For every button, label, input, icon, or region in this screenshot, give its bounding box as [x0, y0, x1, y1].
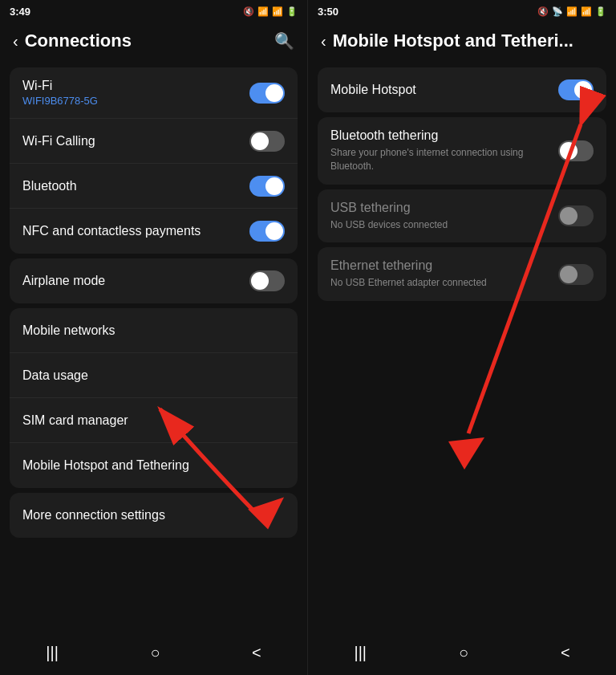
right-phone-panel: 3:50 🔇 📡 📶 📶 🔋 ‹ Mobile Hotspot and Teth…	[308, 0, 616, 675]
right-page-title: Mobile Hotspot and Tetheri...	[333, 30, 573, 51]
right-recent-button[interactable]: |||	[354, 644, 367, 662]
mobile-hotspot-item[interactable]: Mobile Hotspot	[318, 67, 606, 112]
airplane-toggle[interactable]	[249, 270, 285, 291]
bluetooth-item[interactable]: Bluetooth	[10, 164, 298, 209]
airplane-item[interactable]: Airplane mode	[10, 258, 298, 303]
more-connection-label: More connection settings	[22, 508, 165, 523]
left-search-button[interactable]: 🔍	[274, 31, 294, 51]
right-group-4: Ethernet tethering No USB Ethernet adapt…	[318, 247, 606, 301]
right-settings-content: Mobile Hotspot Bluetooth tethering Share…	[308, 59, 616, 633]
ethernet-tethering-toggle[interactable]	[558, 264, 594, 285]
sim-item[interactable]: SIM card manager	[10, 398, 298, 443]
left-back-button[interactable]: ‹	[13, 32, 18, 51]
r-hotspot-icon: 📡	[552, 6, 563, 17]
hotspot-label: Mobile Hotspot and Tethering	[22, 458, 189, 473]
left-home-button[interactable]: ○	[150, 644, 160, 662]
nfc-label: NFC and contactless payments	[22, 224, 201, 238]
bluetooth-toggle-knob	[265, 177, 283, 195]
r-notification-icon: 🔇	[537, 6, 549, 17]
hotspot-item[interactable]: Mobile Hotspot and Tethering	[10, 443, 298, 488]
bt-tethering-desc: Share your phone's internet connection u…	[330, 146, 550, 173]
left-page-title: Connections	[25, 30, 132, 51]
right-back-button[interactable]: ‹	[321, 32, 326, 51]
nfc-item[interactable]: NFC and contactless payments	[10, 209, 298, 254]
r-wifi-icon: 📶	[566, 6, 578, 17]
wifi-item-left: Wi-Fi WIFI9B6778-5G	[22, 79, 98, 107]
left-back-nav-button[interactable]: <	[252, 644, 261, 662]
mobile-hotspot-knob	[574, 81, 592, 99]
nfc-toggle[interactable]	[249, 221, 285, 242]
left-group-3: Mobile networks Data usage SIM card mana…	[10, 308, 298, 488]
right-back-nav-button[interactable]: <	[561, 644, 570, 662]
right-home-button[interactable]: ○	[459, 644, 468, 662]
left-group-2: Airplane mode	[10, 258, 298, 303]
usb-tethering-content: USB tethering No USB devices connected	[330, 201, 448, 232]
usb-tethering-knob	[560, 207, 578, 225]
left-time: 3:49	[10, 6, 30, 18]
left-nav-bar: ||| ○ <	[0, 633, 307, 675]
usb-tethering-toggle[interactable]	[558, 205, 594, 226]
wifi-calling-label: Wi-Fi Calling	[22, 134, 95, 148]
r-signal-icon: 📶	[581, 6, 592, 17]
airplane-label: Airplane mode	[22, 274, 105, 288]
bt-tethering-label: Bluetooth tethering	[330, 128, 550, 143]
wifi-label: Wi-Fi	[22, 79, 98, 93]
right-group-1: Mobile Hotspot	[318, 67, 606, 112]
left-settings-content: Wi-Fi WIFI9B6778-5G Wi-Fi Calling Blueto…	[0, 59, 307, 633]
notification-icon: 🔇	[243, 6, 254, 17]
signal-icon: 📶	[272, 6, 283, 17]
mobile-networks-label: Mobile networks	[22, 323, 116, 338]
wifi-toggle-knob	[265, 84, 283, 102]
left-top-bar-left: ‹ Connections	[13, 30, 132, 51]
ethernet-tethering-label: Ethernet tethering	[330, 258, 487, 273]
mobile-hotspot-label: Mobile Hotspot	[330, 83, 416, 97]
mobile-hotspot-toggle[interactable]	[558, 79, 594, 100]
more-connection-item[interactable]: More connection settings	[10, 493, 298, 538]
left-group-1: Wi-Fi WIFI9B6778-5G Wi-Fi Calling Blueto…	[10, 67, 298, 254]
mobile-networks-item[interactable]: Mobile networks	[10, 308, 298, 353]
bluetooth-label: Bluetooth	[22, 179, 77, 193]
data-usage-label: Data usage	[22, 368, 88, 383]
usb-tethering-label: USB tethering	[330, 201, 448, 215]
left-status-bar: 3:49 🔇 📶 📶 🔋	[0, 0, 307, 22]
usb-tethering-desc: No USB devices connected	[330, 218, 448, 232]
data-usage-item[interactable]: Data usage	[10, 353, 298, 398]
wifi-status-icon: 📶	[257, 6, 269, 17]
wifi-item[interactable]: Wi-Fi WIFI9B6778-5G	[10, 67, 298, 119]
left-status-icons: 🔇 📶 📶 🔋	[243, 6, 298, 17]
bt-tethering-toggle[interactable]	[558, 140, 594, 161]
bt-tethering-content: Bluetooth tethering Share your phone's i…	[330, 128, 550, 173]
sim-label: SIM card manager	[22, 413, 128, 428]
airplane-toggle-knob	[251, 272, 269, 290]
ethernet-tethering-knob	[560, 266, 578, 283]
right-group-2: Bluetooth tethering Share your phone's i…	[318, 117, 606, 185]
left-recent-button[interactable]: |||	[46, 644, 59, 662]
bluetooth-toggle[interactable]	[249, 176, 285, 197]
right-nav-bar: ||| ○ <	[308, 633, 616, 675]
right-top-bar-left: ‹ Mobile Hotspot and Tetheri...	[321, 30, 573, 51]
right-time: 3:50	[318, 6, 338, 18]
usb-tethering-item[interactable]: USB tethering No USB devices connected	[318, 189, 606, 243]
nfc-toggle-knob	[265, 222, 283, 240]
wifi-calling-toggle-knob	[251, 132, 269, 150]
bt-tethering-knob	[560, 142, 578, 160]
r-battery-icon: 🔋	[595, 6, 606, 17]
wifi-calling-item[interactable]: Wi-Fi Calling	[10, 119, 298, 164]
left-group-4: More connection settings	[10, 493, 298, 538]
wifi-sublabel: WIFI9B6778-5G	[22, 95, 98, 107]
right-status-bar: 3:50 🔇 📡 📶 📶 🔋	[308, 0, 616, 22]
wifi-calling-toggle[interactable]	[249, 131, 285, 152]
bt-tethering-item[interactable]: Bluetooth tethering Share your phone's i…	[318, 117, 606, 185]
left-top-bar: ‹ Connections 🔍	[0, 22, 307, 59]
ethernet-tethering-desc: No USB Ethernet adapter connected	[330, 276, 487, 290]
right-group-3: USB tethering No USB devices connected	[318, 189, 606, 243]
left-phone-panel: 3:49 🔇 📶 📶 🔋 ‹ Connections 🔍 Wi-Fi WIFI9…	[0, 0, 308, 675]
wifi-toggle[interactable]	[249, 83, 285, 104]
battery-icon: 🔋	[286, 6, 298, 17]
ethernet-tethering-item[interactable]: Ethernet tethering No USB Ethernet adapt…	[318, 247, 606, 301]
right-top-bar: ‹ Mobile Hotspot and Tetheri...	[308, 22, 616, 59]
ethernet-tethering-content: Ethernet tethering No USB Ethernet adapt…	[330, 258, 487, 290]
right-status-icons: 🔇 📡 📶 📶 🔋	[537, 6, 606, 17]
